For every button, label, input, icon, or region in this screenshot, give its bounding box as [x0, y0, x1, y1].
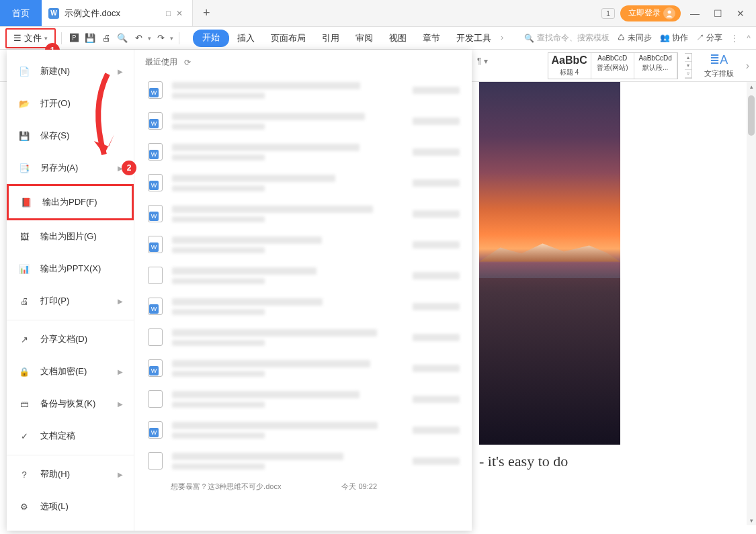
file-icon — [148, 359, 163, 377]
file-menu-list: 📄 新建(N) ▶ 📂 打开(O) 💾 保存(S) 📑 另存为(A) ▶ 2📕 … — [7, 50, 134, 531]
style-scroll[interactable]: ▴▾▿ — [685, 53, 692, 79]
scroll-up-icon[interactable]: ▴ — [748, 83, 755, 90]
style-heading4[interactable]: AaBbC 标题 4 — [548, 53, 591, 79]
tab-chapter[interactable]: 章节 — [415, 30, 448, 47]
preview-icon[interactable]: 🔍 — [116, 33, 129, 43]
menu-icon: ☰ — [13, 33, 22, 43]
close-button[interactable]: ✕ — [732, 8, 749, 19]
recent-item[interactable] — [145, 167, 469, 198]
unsync-button[interactable]: ♺ 未同步 — [618, 32, 651, 44]
chevron-right-icon: ▶ — [118, 68, 123, 75]
app-icon[interactable]: 🅿 — [67, 33, 81, 43]
home-tab[interactable]: 首页 — [0, 0, 42, 26]
file-menu-final[interactable]: ✓ 文档定稿 — [7, 420, 134, 452]
recent-item[interactable] — [145, 260, 469, 291]
ribbon-overflow-icon[interactable]: › — [746, 60, 749, 72]
file-menu-new[interactable]: 📄 新建(N) ▶ — [7, 55, 134, 87]
avatar-icon — [663, 7, 675, 19]
tab-review[interactable]: 审阅 — [347, 30, 381, 47]
file-menu-backup[interactable]: 🗃 备份与恢复(K) ▶ — [7, 388, 134, 420]
style-gallery[interactable]: AaBbC 标题 4 AaBbCcD 普通(网站) AaBbCcDd 默认段..… — [548, 52, 678, 79]
recent-item[interactable] — [145, 353, 469, 384]
recent-footer-time: 今天 09:22 — [341, 482, 377, 492]
minimize-button[interactable]: — — [686, 8, 704, 19]
file-menu-button[interactable]: ☰ 文件 ▾ 1 — [5, 28, 56, 48]
recent-item[interactable] — [145, 229, 469, 260]
menu-label: 选项(L) — [40, 500, 69, 513]
scrollbar-thumb[interactable] — [748, 95, 755, 136]
tab-detach-icon[interactable]: □ — [166, 9, 171, 18]
recent-item[interactable] — [145, 322, 469, 353]
recent-filename-blurred — [172, 453, 403, 470]
file-menu-options[interactable]: ⚙ 选项(L) — [7, 490, 134, 523]
recent-item[interactable] — [145, 414, 469, 445]
tabs-overflow-icon[interactable]: › — [499, 30, 505, 47]
document-image — [479, 82, 620, 445]
document-name: 示例文件.docx — [65, 7, 120, 19]
recent-date-blurred — [413, 87, 466, 94]
document-tab[interactable]: W 示例文件.docx □ ✕ — [42, 0, 193, 26]
document-canvas: - it's easy to do — [479, 82, 748, 525]
recent-item[interactable] — [145, 136, 469, 167]
tab-dev[interactable]: 开发工具 — [448, 30, 499, 47]
tab-close-icon[interactable]: ✕ — [176, 9, 183, 18]
file-menu-help[interactable]: ? 帮助(H) ▶ — [7, 458, 134, 490]
backup-icon: 🗃 — [17, 397, 31, 410]
share-button[interactable]: ↗ 分享 — [696, 32, 722, 44]
tab-insert[interactable]: 插入 — [229, 30, 263, 47]
recent-item[interactable] — [145, 198, 469, 229]
file-menu-lock[interactable]: 🔒 文档加密(E) ▶ — [7, 355, 134, 388]
file-menu-print[interactable]: 🖨 打印(P) ▶ — [7, 285, 134, 317]
file-icon — [148, 390, 163, 408]
scroll-down-icon[interactable]: ▾ — [748, 517, 755, 524]
recent-item[interactable] — [145, 445, 469, 476]
more-icon[interactable]: ⋮ — [730, 34, 739, 43]
recent-footer-file[interactable]: 想要暴富？这3种思维不可少.docx — [171, 482, 281, 492]
text-layout-icon: ≣A — [710, 52, 728, 67]
recent-title: 最近使用 — [145, 56, 177, 68]
tab-view[interactable]: 视图 — [381, 30, 415, 47]
redo-icon[interactable]: ↷ — [154, 33, 167, 43]
file-menu-pptx[interactable]: 📊 输出为PPTX(X) — [7, 253, 134, 285]
img-icon: 🖼 — [17, 230, 31, 243]
refresh-icon[interactable]: ⟳ — [184, 58, 191, 67]
options-icon: ⚙ — [17, 500, 31, 513]
recent-filename-blurred — [172, 113, 403, 130]
new-tab-button[interactable]: + — [193, 0, 220, 26]
file-menu-share[interactable]: ↗ 分享文档(D) — [7, 323, 134, 355]
menu-label: 备份与恢复(K) — [40, 398, 95, 410]
login-button[interactable]: 立即登录 — [620, 5, 681, 21]
recent-item[interactable] — [145, 384, 469, 414]
recent-date-blurred — [413, 210, 466, 218]
file-menu-pdf[interactable]: 📕 输出为PDF(F) — [7, 184, 134, 220]
recent-item[interactable] — [145, 105, 469, 136]
annotation-badge-2: 2 — [122, 161, 136, 175]
menu-label: 打印(P) — [40, 295, 69, 307]
file-menu-save[interactable]: 💾 保存(S) — [7, 120, 134, 152]
vertical-scrollbar[interactable]: ▴ ▾ — [747, 82, 756, 525]
recent-item[interactable] — [145, 75, 469, 105]
toolbar: ☰ 文件 ▾ 1 🅿 💾 🖨 🔍 ↶ ▾ ↷ ▾ 开始 插入 页面布局 引用 审… — [0, 27, 756, 50]
file-menu-saveas[interactable]: 📑 另存为(A) ▶ 2 — [7, 152, 134, 184]
print-icon[interactable]: 🖨 — [99, 33, 113, 43]
tab-reference[interactable]: 引用 — [314, 30, 347, 47]
style-default[interactable]: AaBbCcDd 默认段... — [634, 53, 677, 79]
collab-button[interactable]: 👥 协作 — [660, 32, 688, 44]
file-menu-open[interactable]: 📂 打开(O) — [7, 87, 134, 120]
text-layout-button[interactable]: ≣A 文字排版 — [699, 52, 739, 79]
recent-item[interactable] — [145, 291, 469, 322]
file-menu-img[interactable]: 🖼 输出为图片(G) — [7, 220, 134, 253]
menu-label: 新建(N) — [40, 65, 70, 77]
tab-start[interactable]: 开始 — [193, 30, 229, 47]
maximize-button[interactable]: ☐ — [709, 8, 726, 19]
notification-badge[interactable]: 1 — [601, 8, 615, 19]
file-menu-exit[interactable]: ⤴ 退出(Q) — [7, 523, 134, 534]
collapse-ribbon-icon[interactable]: ^ — [747, 34, 751, 43]
print-icon: 🖨 — [17, 294, 31, 308]
recent-date-blurred — [413, 365, 466, 372]
style-normal-web[interactable]: AaBbCcD 普通(网站) — [591, 53, 634, 79]
undo-icon[interactable]: ↶ — [132, 33, 145, 43]
save-icon[interactable]: 💾 — [83, 33, 97, 43]
tab-layout[interactable]: 页面布局 — [263, 30, 314, 47]
search-box[interactable]: 🔍 查找命令、搜索模板 — [524, 32, 610, 44]
